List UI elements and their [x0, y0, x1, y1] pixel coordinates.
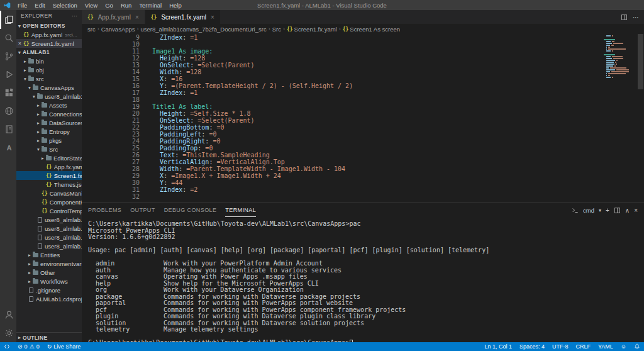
menu-terminal[interactable]: Terminal [135, 0, 165, 10]
code-line[interactable]: 25 PaddingTop: =0 [82, 145, 644, 152]
code-line[interactable]: 27 VerticalAlign: =VerticalAlign.Top [82, 159, 644, 165]
tree-item-src[interactable]: ▾src [16, 74, 82, 83]
panel-tab-problems[interactable]: PROBLEMS [88, 203, 121, 217]
menu-edit[interactable]: Edit [31, 0, 48, 10]
tree-item-environmentvari[interactable]: ▸environmentvari... [16, 259, 82, 268]
code-line[interactable]: 32 [82, 193, 644, 200]
tab-screen1-fx-yaml[interactable]: {}Screen1.fx.yaml× [145, 10, 221, 24]
terminal-output[interactable]: C:\Users\kartikka\Documents\GitHub\Toyot… [82, 217, 644, 342]
tree-item-other[interactable]: ▸Other [16, 268, 82, 277]
close-icon[interactable]: × [135, 14, 139, 21]
code-line[interactable]: 10 [82, 41, 644, 48]
code-line[interactable]: 22 PaddingBottom: =0 [82, 124, 644, 131]
terminal-shell-select[interactable]: cmd [583, 207, 594, 214]
code-line[interactable]: 9 ZIndex: =1 [82, 34, 644, 41]
menu-view[interactable]: View [81, 0, 101, 10]
tree-item-src[interactable]: ▾Src [16, 145, 82, 153]
notifications-bell-icon[interactable] [630, 342, 644, 351]
breadcrumb-item-screen1-as-screen[interactable]: {}Screen1 As screen [343, 26, 400, 33]
breadcrumb-item-screen1-fx-yaml[interactable]: {}Screen1.fx.yaml [287, 26, 337, 33]
tree-item-user8-almlab[interactable]: user8_almlab... [16, 233, 82, 242]
close-panel-icon[interactable]: × [634, 207, 638, 214]
tree-item-obj[interactable]: ▸obj [16, 65, 82, 74]
tree-item-user8-almlab[interactable]: user8_almlab... [16, 224, 82, 233]
panel-tab-output[interactable]: OUTPUT [130, 203, 155, 217]
tree-item-assets[interactable]: ▸Assets [16, 101, 82, 109]
remote-indicator[interactable] [0, 342, 14, 351]
code-line[interactable]: 31 ZIndex: =2 [82, 186, 644, 193]
code-line[interactable]: 14 Width: =128 [82, 69, 644, 75]
tree-item-workflows[interactable]: ▸Workflows [16, 277, 82, 286]
minimap[interactable] [601, 35, 636, 203]
tree-item-themes-json[interactable]: {}Themes.json [16, 180, 82, 189]
tree-item-componentr[interactable]: {}ComponentR... [16, 198, 82, 206]
workspace-header[interactable]: ▾ ALMLAB1 [16, 48, 82, 57]
breadcrumb-item-src[interactable]: Src [272, 26, 281, 33]
open-editors-header[interactable]: ▾ OPEN EDITORS [16, 21, 82, 30]
activity-source-control-icon[interactable] [0, 47, 16, 65]
activity-docs-icon[interactable] [0, 120, 16, 138]
code-line[interactable]: 17 ZIndex: =1 [82, 89, 644, 96]
tab-app-fx-yaml[interactable]: {}App.fx.yaml× [82, 10, 145, 24]
code-line[interactable]: 23 PaddingLeft: =0 [82, 131, 644, 138]
tree-item-pkgs[interactable]: ▸pkgs [16, 136, 82, 145]
code-line[interactable]: 26 Text: =ThisItem.SampleHeading [82, 152, 644, 159]
panel-tab-debug-console[interactable]: DEBUG CONSOLE [164, 203, 217, 217]
tree-item-gitignore[interactable]: .gitignore [16, 286, 82, 294]
tree-item-almlab1-cdsproj[interactable]: ALMLab1.cdsproj [16, 294, 82, 303]
activity-extensions-icon[interactable] [0, 84, 16, 102]
tree-item-entropy[interactable]: ▸Entropy [16, 127, 82, 136]
editor-scrollbar[interactable] [637, 34, 644, 203]
tree-item-user8-almlab1c[interactable]: ▾user8_almlab1c... [16, 92, 82, 101]
editor-more-actions-icon[interactable]: ⋯ [633, 14, 639, 21]
live-share-button[interactable]: ↻ Live Share [43, 342, 85, 351]
menu-run[interactable]: Run [117, 0, 135, 10]
breadcrumb-item-src[interactable]: src [87, 26, 96, 33]
activity-search-icon[interactable] [0, 29, 16, 47]
indentation-status[interactable]: Spaces: 4 [516, 342, 548, 351]
menu-go[interactable]: Go [101, 0, 117, 10]
tree-item-user8-almlab[interactable]: user8_almlab... [16, 215, 82, 224]
activity-remote-explorer-icon[interactable] [0, 102, 16, 120]
code-line[interactable]: 11 Image1 As image: [82, 48, 644, 55]
code-line[interactable]: 15 X: =16 [82, 75, 644, 82]
activity-azure-icon[interactable]: A [0, 138, 16, 157]
tree-item-bin[interactable]: ▸bin [16, 57, 82, 65]
panel-tab-terminal[interactable]: TERMINAL [225, 203, 256, 217]
eol-status[interactable]: CRLF [572, 342, 594, 351]
breadcrumb-item-user8-almlab1canvas-7b2fa-documenturi-src[interactable]: user8_almlab1canvas_7b2fa_DocumentUri_sr… [141, 26, 267, 33]
chevron-down-icon[interactable]: ▾ [599, 208, 601, 213]
tree-item-connections[interactable]: ▸Connections [16, 109, 82, 118]
code-line[interactable]: 30 Y: =44 [82, 179, 644, 186]
maximize-panel-icon[interactable]: ∧ [625, 207, 630, 214]
menu-file[interactable]: File [14, 0, 31, 10]
tree-item-app-fx-yaml[interactable]: {}App.fx.yaml [16, 162, 82, 171]
tree-item-entities[interactable]: ▸Entities [16, 250, 82, 259]
code-line[interactable]: 12 Height: =128 [82, 55, 644, 62]
language-mode[interactable]: YAML [594, 342, 617, 351]
scrollbar-slider[interactable] [638, 34, 643, 89]
open-editor-screen1-fx-yaml[interactable]: ×{}Screen1.fx.yaml [16, 39, 82, 48]
tree-item-controltempl[interactable]: {}ControlTempl... [16, 206, 82, 215]
activity-run-debug-icon[interactable] [0, 65, 16, 84]
code-line[interactable]: 29 X: =Image1.X + Image1.Width + 24 [82, 172, 644, 179]
feedback-smiley-icon[interactable]: ☺ [617, 342, 630, 351]
activity-settings-gear-icon[interactable] [0, 324, 16, 342]
tree-item-canvasapps[interactable]: ▾CanvasApps [16, 83, 82, 92]
code-editor[interactable]: 9 ZIndex: =11011 Image1 As image:12 Heig… [82, 34, 644, 203]
tree-item-user8-almlab[interactable]: user8_almlab... [16, 242, 82, 250]
activity-explorer-icon[interactable] [0, 11, 16, 29]
code-line[interactable]: 19 Title1 As label: [82, 103, 644, 110]
code-line[interactable]: 21 OnSelect: =Select(Parent) [82, 117, 644, 124]
split-terminal-icon[interactable] [614, 207, 621, 214]
tree-item-canvasmanife[interactable]: {}CanvasManife... [16, 189, 82, 198]
close-icon[interactable]: × [16, 40, 23, 47]
more-actions-icon[interactable]: ⋯ [72, 13, 77, 19]
code-line[interactable]: 28 Width: =Parent.TemplateWidth - Image1… [82, 165, 644, 172]
encoding-status[interactable]: UTF-8 [548, 342, 572, 351]
tree-item-screen1-fx-y[interactable]: {}Screen1.fx.y... [16, 171, 82, 180]
new-terminal-icon[interactable]: + [606, 207, 609, 214]
outline-header[interactable]: ▸ OUTLINE [16, 332, 82, 342]
code-line[interactable]: 24 PaddingRight: =0 [82, 138, 644, 145]
split-editor-icon[interactable] [621, 14, 628, 21]
